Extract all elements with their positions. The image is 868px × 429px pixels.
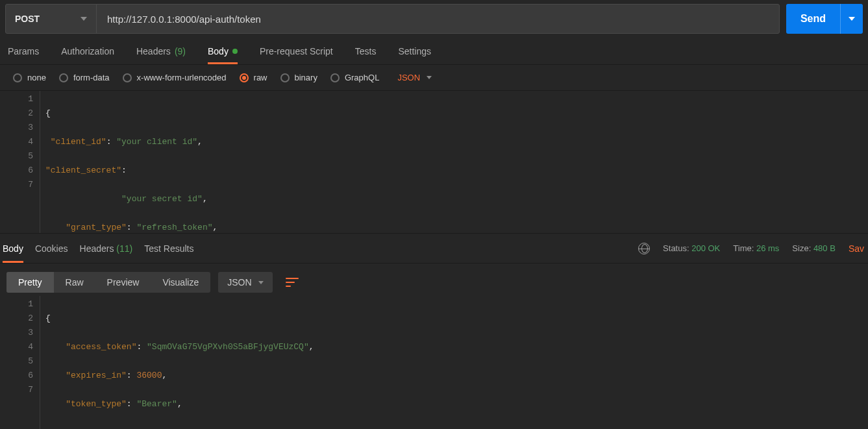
chevron-down-icon	[258, 281, 264, 284]
tab-headers[interactable]: Headers (9)	[136, 38, 186, 64]
wrap-icon	[286, 278, 299, 287]
http-method-select[interactable]: POST	[6, 5, 97, 33]
view-raw[interactable]: Raw	[54, 272, 95, 293]
tab-prerequest[interactable]: Pre-request Script	[260, 38, 333, 64]
tab-authorization[interactable]: Authorization	[61, 38, 114, 64]
radio-raw[interactable]: raw	[240, 73, 267, 82]
body-type-row: none form-data x-www-form-urlencoded raw…	[0, 65, 868, 91]
request-body-code: { "client_id": "your client id", "client…	[40, 91, 856, 234]
resp-tab-body[interactable]: Body	[3, 234, 23, 263]
chevron-down-icon	[849, 17, 855, 21]
radio-binary[interactable]: binary	[280, 73, 317, 82]
radio-formdata[interactable]: form-data	[59, 73, 110, 82]
response-body-viewer[interactable]: 123 456 7 { "access_token": "SqmOVaG75Vg…	[0, 296, 868, 429]
headers-count: (9)	[175, 46, 186, 56]
status-meta: Status: 200 OK	[663, 243, 720, 253]
http-method-value: POST	[15, 14, 40, 24]
line-gutter: 123 456 7	[0, 296, 40, 429]
request-tabs: Params Authorization Headers (9) Body Pr…	[0, 38, 868, 65]
send-group: Send	[786, 4, 863, 34]
response-tabs: Body Cookies Headers (11) Test Results S…	[0, 234, 868, 264]
line-gutter: 123 456 7	[0, 91, 40, 234]
dot-icon	[232, 49, 238, 54]
send-button[interactable]: Send	[786, 4, 841, 34]
tab-tests[interactable]: Tests	[355, 38, 377, 64]
request-body-editor[interactable]: 123 456 7 { "client_id": "your client id…	[0, 91, 868, 234]
chevron-down-icon	[81, 17, 87, 21]
view-mode-group: Pretty Raw Preview Visualize	[6, 272, 210, 293]
chevron-down-icon	[427, 76, 432, 79]
tab-settings[interactable]: Settings	[398, 38, 431, 64]
url-value: http://127.0.0.1:8000/api-auth/token	[107, 14, 261, 25]
resp-tab-tests[interactable]: Test Results	[144, 234, 193, 263]
resp-tab-headers[interactable]: Headers (11)	[80, 234, 133, 263]
raw-format-select[interactable]: JSON	[397, 73, 432, 82]
globe-icon[interactable]	[638, 243, 650, 254]
tab-params[interactable]: Params	[8, 38, 39, 64]
send-dropdown[interactable]	[841, 4, 863, 34]
url-input[interactable]: http://127.0.0.1:8000/api-auth/token	[97, 5, 779, 33]
view-visualize[interactable]: Visualize	[151, 272, 210, 293]
view-preview[interactable]: Preview	[95, 272, 151, 293]
resp-tab-cookies[interactable]: Cookies	[35, 234, 68, 263]
resp-headers-count: (11)	[116, 243, 132, 254]
save-response-link[interactable]: Sav	[849, 243, 864, 254]
view-pretty[interactable]: Pretty	[6, 272, 54, 293]
tab-body[interactable]: Body	[208, 38, 238, 64]
request-line: POST http://127.0.0.1:8000/api-auth/toke…	[5, 4, 780, 34]
wrap-lines-button[interactable]	[280, 271, 304, 294]
response-view-bar: Pretty Raw Preview Visualize JSON	[0, 264, 868, 296]
response-format-select[interactable]: JSON	[218, 272, 272, 293]
radio-none[interactable]: none	[13, 73, 46, 82]
radio-urlencoded[interactable]: x-www-form-urlencoded	[123, 73, 227, 82]
response-body-code: { "access_token": "SqmOVaG75VgPXvh0S5aBF…	[40, 296, 856, 429]
time-meta: Time: 26 ms	[733, 243, 779, 253]
size-meta: Size: 480 B	[792, 243, 836, 253]
radio-graphql[interactable]: GraphQL	[330, 73, 379, 82]
